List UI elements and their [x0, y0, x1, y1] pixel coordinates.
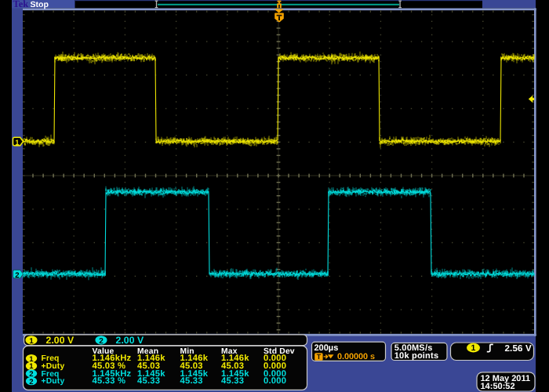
svg-text:10k points: 10k points [394, 351, 438, 361]
svg-text:200µs: 200µs [314, 343, 339, 353]
svg-text:1: 1 [15, 139, 20, 147]
svg-text:45.33: 45.33 [137, 376, 160, 386]
svg-text:2: 2 [29, 378, 33, 387]
svg-text:1: 1 [471, 343, 476, 353]
svg-text:Stop: Stop [31, 0, 49, 9]
svg-text:2.00 V: 2.00 V [46, 335, 75, 346]
svg-text:2.56 V: 2.56 V [505, 344, 533, 354]
svg-text:Tek: Tek [13, 0, 29, 9]
svg-text:45.33 %: 45.33 % [93, 376, 126, 386]
svg-text:0.00000 s: 0.00000 s [337, 352, 375, 361]
svg-text:+Duty: +Duty [42, 377, 65, 386]
svg-text:2: 2 [15, 271, 19, 280]
svg-text:14:50:52: 14:50:52 [481, 382, 515, 391]
svg-text:0.000: 0.000 [264, 376, 286, 386]
svg-text:45.33: 45.33 [180, 376, 203, 386]
svg-text:2: 2 [99, 337, 104, 346]
svg-text:1: 1 [29, 337, 34, 346]
svg-text:T: T [317, 353, 322, 361]
svg-text:45.33: 45.33 [221, 376, 244, 386]
svg-text:2.00 V: 2.00 V [116, 335, 145, 346]
